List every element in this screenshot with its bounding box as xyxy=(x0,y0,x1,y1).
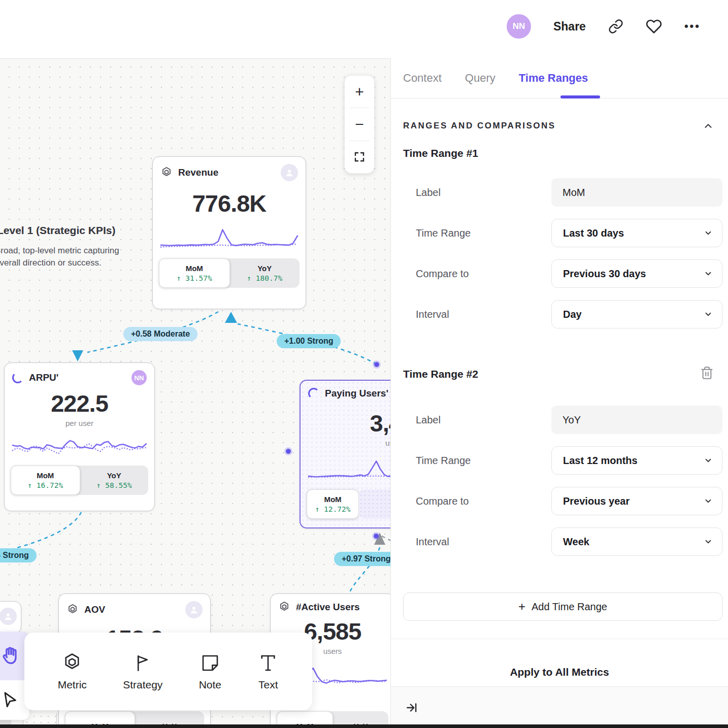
group-label-description: Broad, top-level metric capturing overal… xyxy=(0,245,119,269)
fit-view-button[interactable] xyxy=(345,141,374,173)
toggle-mom[interactable]: MoM ↑ 12.72% xyxy=(307,489,359,519)
app-window: NN Share ••• xyxy=(0,0,728,728)
select-value: Last 30 days xyxy=(563,227,704,239)
metric-card-arpu[interactable]: ARPU' NN 222.5 per user MoM ↑ 16.72% YoY… xyxy=(4,362,155,511)
label-input[interactable] xyxy=(551,178,722,207)
toolbar-strategy-button[interactable]: Strategy xyxy=(123,652,162,691)
favorite-heart-icon[interactable] xyxy=(646,18,662,35)
toggle-mom[interactable]: MoM ↑ 16.72% xyxy=(11,466,80,495)
delete-time-range-button[interactable] xyxy=(700,366,714,380)
toolbar-metric-button[interactable]: Metric xyxy=(58,652,87,691)
chevron-down-icon xyxy=(704,537,713,546)
toolbar-note-button[interactable]: Note xyxy=(199,652,221,691)
user-avatar[interactable]: NN xyxy=(507,14,531,39)
toolbar-item-label: Strategy xyxy=(123,679,162,691)
metric-hexagon-icon xyxy=(67,604,79,616)
chevron-down-icon xyxy=(704,310,713,319)
field-label: Compare to xyxy=(416,487,469,515)
label-input[interactable] xyxy=(551,406,722,434)
comparison-toggle: MoM ↑ 16.72% YoY ↑ 58.55% xyxy=(11,466,148,495)
metric-title: #Active Users xyxy=(296,602,360,613)
canvas-toolbar: Metric Strategy Note Text xyxy=(24,633,312,710)
change-value: ↑ 58.55% xyxy=(96,481,132,489)
chevron-up-icon xyxy=(703,121,714,132)
metric-unit: per user xyxy=(5,419,154,427)
more-options-icon[interactable]: ••• xyxy=(684,20,701,33)
panel-tabs: Context Query Time Ranges xyxy=(391,58,728,98)
zoom-out-button[interactable]: − xyxy=(345,108,374,140)
panel-body: RANGES AND COMPARISONS Time Range #1 Lab… xyxy=(391,98,728,728)
metric-card-revenue[interactable]: Revenue 776.8K MoM ↑ 31.57% YoY ↑ 180. xyxy=(152,156,306,309)
metric-title: AOV xyxy=(84,604,105,615)
select-value: Previous year xyxy=(563,495,704,507)
field-row-compare-to: Compare to Previous 30 days xyxy=(391,259,728,288)
settings-panel: Context Query Time Ranges RANGES AND COM… xyxy=(390,58,728,728)
metric-hexagon-icon xyxy=(160,167,173,179)
time-range-select[interactable]: Last 30 days xyxy=(551,219,722,247)
group-label-title: Level 1 (Strategic KPIs) xyxy=(0,224,115,237)
metric-unit: users xyxy=(301,439,390,447)
apply-to-all-metrics-button[interactable]: Apply to All Metrics xyxy=(391,658,728,686)
fullscreen-icon xyxy=(353,151,366,163)
select-value: Last 12 months xyxy=(563,455,704,467)
flag-icon xyxy=(132,652,153,674)
collapse-section-button[interactable] xyxy=(703,121,714,132)
bottom-edge-bar xyxy=(0,724,728,728)
select-value: Day xyxy=(563,309,704,320)
compare-to-select[interactable]: Previous year xyxy=(551,487,722,515)
field-row-compare-to: Compare to Previous year xyxy=(391,487,728,515)
change-value: ↑ 16.72% xyxy=(27,481,63,489)
add-time-range-button[interactable]: + Add Time Range xyxy=(403,592,722,621)
arrowhead-arpu xyxy=(72,350,83,361)
zoom-in-button[interactable]: + xyxy=(345,76,374,108)
chevron-down-icon xyxy=(704,269,713,278)
interval-select[interactable]: Day xyxy=(551,300,722,328)
metric-card-paying-users[interactable]: Paying Users' 3,49 users MoM ↑ 12.72% xyxy=(300,380,390,528)
comparison-toggle: MoM ↑ 12.72% xyxy=(307,489,390,519)
person-icon xyxy=(284,167,295,178)
metric-value: 776.8K xyxy=(153,189,306,217)
field-label: Label xyxy=(416,178,441,207)
metric-tree-canvas[interactable]: Level 1 (Strategic KPIs) Broad, top-leve… xyxy=(0,58,390,728)
section-title: RANGES AND COMPARISONS xyxy=(403,121,556,131)
metric-value: 222.5 xyxy=(5,389,154,417)
tab-query[interactable]: Query xyxy=(465,72,495,85)
connector-dot[interactable] xyxy=(286,449,291,454)
share-button[interactable]: Share xyxy=(553,20,586,34)
owner-avatar-icon xyxy=(0,608,17,625)
connector-dot[interactable] xyxy=(374,362,379,367)
arpu-sparkline xyxy=(12,431,147,459)
metric-hexagon-icon xyxy=(61,652,83,674)
time-range-select[interactable]: Last 12 months xyxy=(551,446,722,475)
group-desc-line2: overall direction or success. xyxy=(0,257,119,269)
change-value: ↑ 12.72% xyxy=(315,505,351,513)
toggle-mom[interactable]: MoM ↑ 31.57% xyxy=(159,258,230,288)
plus-icon: + xyxy=(518,600,525,614)
toolbar-text-button[interactable]: Text xyxy=(257,652,279,691)
field-row-label: Label xyxy=(391,178,728,207)
chevron-down-icon xyxy=(704,228,713,238)
comparison-toggle: MoM ↑ 31.57% YoY ↑ 180.7% xyxy=(159,258,300,288)
top-bar: NN Share ••• xyxy=(0,0,728,58)
interval-select[interactable]: Week xyxy=(551,527,722,556)
field-row-label: Label xyxy=(391,406,728,434)
tab-time-ranges[interactable]: Time Ranges xyxy=(519,72,588,85)
metric-card-partial[interactable] xyxy=(0,601,21,634)
tab-context[interactable]: Context xyxy=(403,72,442,85)
trash-icon xyxy=(700,366,714,380)
connector-dot[interactable] xyxy=(374,534,379,539)
toggle-yoy[interactable]: YoY ↑ 180.7% xyxy=(230,258,300,288)
loading-spinner-icon xyxy=(12,372,23,383)
collaborator-badge: NN xyxy=(131,370,147,385)
compare-to-select[interactable]: Previous 30 days xyxy=(551,259,722,288)
field-label: Interval xyxy=(416,527,449,556)
metric-title: Revenue xyxy=(178,167,218,178)
person-icon xyxy=(3,611,14,622)
copy-link-icon[interactable] xyxy=(608,19,623,34)
collapse-panel-icon[interactable] xyxy=(405,701,418,714)
chevron-down-icon xyxy=(704,456,713,465)
field-row-time-range: Time Range Last 30 days xyxy=(391,219,728,247)
toggle-yoy[interactable] xyxy=(359,489,390,519)
panel-footer xyxy=(391,686,728,728)
toggle-yoy[interactable]: YoY ↑ 58.55% xyxy=(80,466,149,495)
